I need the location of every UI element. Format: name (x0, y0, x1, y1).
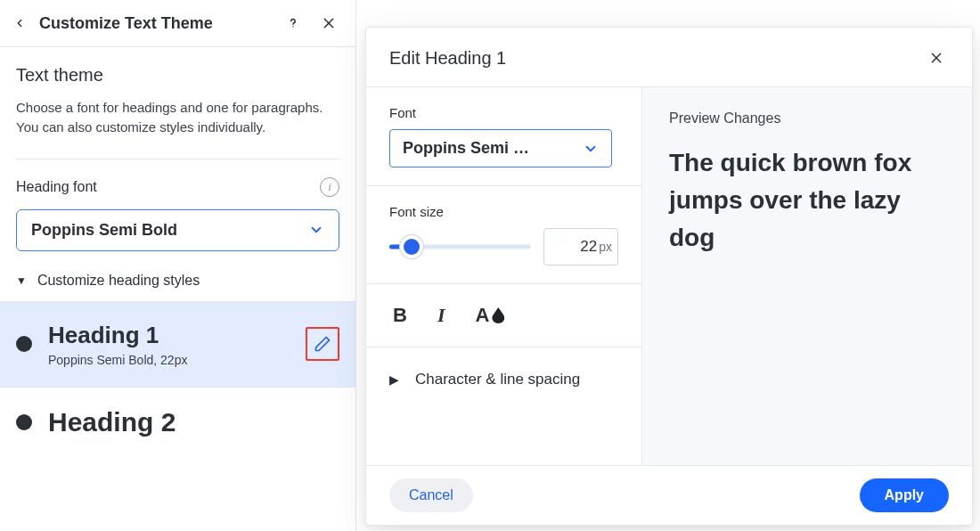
heading-font-select[interactable]: Poppins Semi Bold (16, 209, 339, 251)
font-size-unit: px (599, 240, 612, 254)
text-color-button[interactable]: A (475, 304, 504, 327)
panel-body: Text theme Choose a font for headings an… (0, 47, 355, 457)
close-panel-button[interactable] (316, 11, 341, 36)
font-size-section: Font size 22px (366, 186, 641, 284)
preview-text: The quick brown fox jumps over the lazy … (669, 144, 945, 257)
help-button[interactable] (281, 11, 306, 36)
triangle-down-icon: ▼ (16, 274, 27, 287)
edit-heading-button[interactable] (306, 327, 339, 361)
back-button[interactable] (11, 11, 29, 36)
pencil-icon (314, 335, 331, 353)
font-size-input[interactable]: 22px (543, 228, 618, 266)
text-style-section: B I A (366, 284, 641, 347)
font-select[interactable]: Poppins Semi … (389, 129, 612, 167)
preview-label: Preview Changes (669, 110, 945, 127)
info-icon[interactable]: i (320, 177, 339, 197)
italic-button[interactable]: I (437, 304, 445, 327)
section-helper: Choose a font for headings and one for p… (16, 98, 339, 137)
chevron-down-icon (308, 222, 324, 238)
modal-footer: Cancel Apply (366, 465, 972, 525)
text-theme-panel: Customize Text Theme Text theme Choose a… (0, 0, 356, 531)
drop-icon (492, 307, 504, 323)
heading-item-h2[interactable]: Heading 2 (0, 387, 355, 457)
modal-title: Edit Heading 1 (389, 48, 506, 69)
font-label: Font (389, 105, 618, 120)
bullet-icon (16, 414, 32, 430)
edit-heading-modal: Edit Heading 1 Font Poppins Semi … Font … (365, 27, 973, 526)
modal-controls: Font Poppins Semi … Font size (366, 87, 642, 465)
panel-header: Customize Text Theme (0, 0, 355, 47)
cancel-button[interactable]: Cancel (389, 478, 473, 512)
font-size-label: Font size (389, 204, 618, 219)
modal-header: Edit Heading 1 (366, 28, 972, 87)
font-size-slider[interactable] (389, 234, 531, 259)
font-section: Font Poppins Semi … (366, 87, 641, 186)
close-modal-button[interactable] (924, 45, 949, 70)
heading-style-list: Heading 1 Poppins Semi Bold, 22px Headin… (0, 301, 355, 457)
preview-pane: Preview Changes The quick brown fox jump… (642, 87, 972, 465)
character-line-spacing-toggle[interactable]: ▶ Character & line spacing (366, 347, 641, 412)
heading-item-title: Heading 2 (48, 407, 339, 437)
font-size-value: 22 (580, 238, 597, 255)
panel-title: Customize Text Theme (39, 14, 270, 33)
heading-item-h1[interactable]: Heading 1 Poppins Semi Bold, 22px (0, 301, 355, 387)
heading-font-value: Poppins Semi Bold (31, 221, 177, 240)
heading-item-title: Heading 1 (48, 322, 290, 349)
customize-heading-styles-toggle[interactable]: ▼ Customize heading styles (16, 273, 339, 301)
slider-knob[interactable] (404, 239, 420, 255)
bullet-icon (16, 336, 32, 352)
heading-font-label: Heading font (16, 179, 97, 195)
heading-item-subtitle: Poppins Semi Bold, 22px (48, 353, 290, 367)
character-line-spacing-label: Character & line spacing (415, 371, 580, 388)
heading-font-row: Heading font i (16, 177, 339, 197)
svg-point-0 (292, 26, 294, 28)
font-select-value: Poppins Semi … (403, 139, 529, 158)
divider (16, 159, 339, 159)
chevron-down-icon (583, 141, 599, 157)
apply-button[interactable]: Apply (860, 478, 949, 512)
bold-button[interactable]: B (393, 304, 407, 327)
section-title: Text theme (16, 65, 339, 86)
triangle-right-icon: ▶ (389, 372, 399, 387)
customize-heading-styles-label: Customize heading styles (37, 273, 200, 289)
